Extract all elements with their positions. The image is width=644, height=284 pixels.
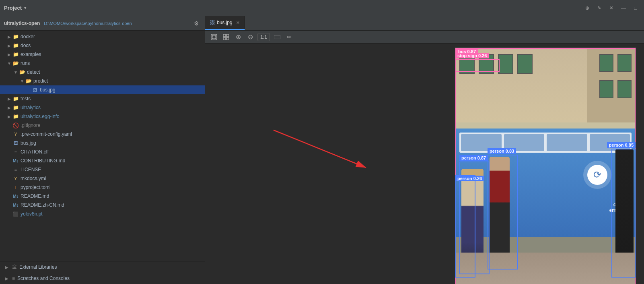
tree-item-egg-info[interactable]: ▶ 📁 ultralytics.egg-info (0, 112, 205, 121)
sidebar-header: ultralytics-open D:\MOMO\workspace\pytho… (0, 16, 205, 31)
project-chevron[interactable]: ▾ (24, 6, 26, 10)
tree-item-contributing[interactable]: ▶ M↓ CONTRIBUTING.md (0, 156, 205, 165)
precommit-label: .pre-commit-config.yaml (21, 131, 72, 137)
detect-arrow: ▼ (13, 70, 19, 75)
sidebar: ultralytics-open D:\MOMO\workspace\pytho… (0, 16, 205, 284)
busjpg-icon: 🖼 (31, 87, 39, 92)
ultralytics-folder-icon: 📁 (12, 105, 19, 110)
tree-item-gitignore[interactable]: ▶ 🚫 .gitignore (0, 121, 205, 130)
svg-rect-5 (274, 35, 280, 39)
busjpg-selected-label: bus.jpg (40, 87, 56, 93)
docs-arrow: ▶ (6, 44, 12, 48)
egg-info-label: ultralytics.egg-info (21, 114, 60, 119)
tree-item-ultralytics[interactable]: ▶ 📁 ultralytics (0, 103, 205, 112)
tree-item-pyproject[interactable]: ▶ T pyproject.toml (0, 183, 205, 192)
tree-item-docker[interactable]: ▶ 📁 docker (0, 32, 205, 41)
tree-item-docs[interactable]: ▶ 📁 docs (0, 41, 205, 50)
maximize-icon[interactable]: □ (631, 4, 640, 12)
gitignore-icon: 🚫 (12, 122, 19, 129)
scratches-consoles-item[interactable]: ▶ ≡ Scratches and Consoles (0, 273, 205, 284)
tests-label: tests (21, 96, 31, 102)
svg-line-7 (274, 130, 366, 168)
examples-label: examples (21, 52, 41, 57)
edit-icon[interactable]: ✎ (595, 4, 604, 12)
busjpg-root-label: bus.jpg (21, 140, 36, 146)
readme-label: README.md (21, 193, 49, 199)
tree-item-precommit[interactable]: ▶ Y .pre-commit-config.yaml (0, 130, 205, 139)
detect-label: detect (27, 69, 40, 75)
external-libraries-item[interactable]: ▶ 🏛 External Libraries (0, 261, 205, 273)
tree-item-predict[interactable]: ▼ 📂 predict (0, 77, 205, 85)
tree-item-citation[interactable]: ▶ ≡ CITATION.cff (0, 147, 205, 156)
tree-item-yolov8[interactable]: ▶ ⬛ yolov8n.pt (0, 209, 205, 218)
title-bar: Project ▾ ⊕ ✎ ✕ — □ (0, 0, 644, 16)
readme-cn-label: README.zh-CN.md (21, 202, 64, 208)
tests-arrow: ▶ (6, 97, 12, 101)
tree-item-readme[interactable]: ▶ M↓ README.md (0, 192, 205, 201)
eyedropper-btn[interactable]: ✏ (284, 32, 294, 42)
sidebar-header-icons: ⚙ (192, 19, 201, 28)
ext-lib-arrow: ▶ (4, 265, 10, 269)
docker-label: docker (21, 34, 35, 39)
tree-item-busjpg-root[interactable]: ▶ 🖼 bus.jpg (0, 139, 205, 147)
predict-arrow: ▼ (19, 79, 25, 83)
tab-busjpg-icon: 🖼 (210, 20, 215, 25)
docker-folder-icon: 📁 (12, 34, 19, 39)
fit-window-btn[interactable] (209, 32, 219, 42)
pyproject-label: pyproject.toml (21, 184, 51, 190)
close-icon[interactable]: ✕ (607, 4, 616, 12)
citation-icon: ≡ (12, 149, 19, 154)
add-icon[interactable]: ⊕ (583, 4, 592, 12)
minimize-icon[interactable]: — (619, 4, 628, 12)
egg-info-arrow: ▶ (6, 114, 12, 119)
mkdocs-icon: Y (12, 176, 19, 181)
color-picker-btn[interactable] (272, 32, 282, 42)
docs-label: docs (21, 43, 31, 48)
bg-bus-roof (455, 122, 636, 129)
tree-item-license[interactable]: ▶ ≡ LICENSE (0, 165, 205, 174)
gitignore-label: .gitignore (21, 122, 40, 128)
runs-label: runs (21, 60, 30, 66)
zoom-ratio: 1:1 (257, 33, 270, 41)
tab-bar: 🖼 bus.jpg ✕ (205, 16, 644, 31)
bg-sidewalk (455, 253, 636, 284)
tab-busjpg[interactable]: 🖼 bus.jpg ✕ (205, 16, 245, 30)
scratches-arrow: ▶ (4, 276, 10, 281)
svg-rect-4 (226, 37, 229, 40)
tree-item-runs[interactable]: ▼ 📂 runs (0, 59, 205, 68)
yolov8-label: yolov8n.pt (21, 211, 43, 217)
detect-folder-icon: 📂 (19, 69, 26, 75)
zoom-in-btn[interactable]: ⊕ (233, 32, 243, 42)
runs-folder-icon: 📂 (12, 60, 19, 66)
tests-folder-icon: 📁 (12, 96, 19, 102)
tree-item-examples[interactable]: ▶ 📁 examples (0, 50, 205, 59)
egg-info-folder-icon: 📁 (12, 114, 19, 119)
busjpg-root-icon: 🖼 (12, 141, 19, 145)
tree-item-detect[interactable]: ▼ 📂 detect (0, 68, 205, 77)
image-toolbar: ⊕ ⊖ 1:1 ✏ (205, 31, 644, 44)
predict-folder-icon: 📂 (25, 78, 32, 84)
svg-rect-2 (226, 34, 229, 37)
tree-item-readme-cn[interactable]: ▶ M↓ README.zh-CN.md (0, 201, 205, 209)
tree-item-busjpg-selected[interactable]: ▶ 🖼 bus.jpg (0, 85, 205, 94)
project-label: Project (4, 5, 22, 11)
runs-arrow: ▼ (6, 61, 12, 66)
scratches-icon: ≡ (12, 276, 15, 281)
tab-busjpg-label: bus.jpg (217, 20, 232, 25)
title-bar-left: Project ▾ (4, 5, 93, 11)
ultralytics-label: ultralytics (21, 105, 41, 110)
sidebar-settings-icon[interactable]: ⚙ (192, 19, 201, 28)
zoom-out-btn[interactable]: ⊖ (245, 32, 255, 42)
main-area: ultralytics-open D:\MOMO\workspace\pytho… (0, 16, 644, 284)
title-bar-icons: ⊕ ✎ ✕ — □ (583, 4, 640, 12)
grid-btn[interactable] (221, 32, 231, 42)
bus-logo: ⟳ (583, 161, 611, 189)
tree-item-mkdocs[interactable]: ▶ Y mkdocs.yml (0, 174, 205, 183)
predict-label: predict (33, 78, 48, 84)
detection-image: M190/SEVILLA ⟳ ceroemision (455, 48, 636, 284)
license-label: LICENSE (21, 167, 41, 172)
svg-rect-3 (223, 37, 226, 40)
tree-item-tests[interactable]: ▶ 📁 tests (0, 94, 205, 103)
readme-icon: M↓ (12, 194, 19, 199)
tab-close-icon[interactable]: ✕ (236, 20, 240, 25)
